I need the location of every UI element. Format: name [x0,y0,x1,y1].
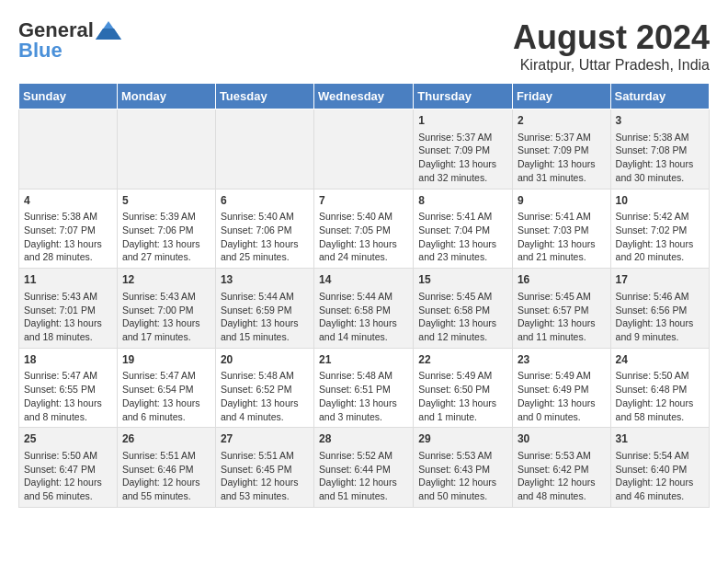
day-number: 16 [518,272,606,288]
cell-content: Sunrise: 5:39 AM [122,210,210,224]
cell-content: Daylight: 13 hours [518,237,606,251]
cell-content: Sunrise: 5:54 AM [616,449,704,463]
cell-content: Sunset: 7:04 PM [418,224,507,237]
cell-content: and 32 minutes. [418,171,507,185]
title-section: August 2024 Kiratpur, Uttar Pradesh, Ind… [513,18,710,74]
cell-content: Sunset: 6:58 PM [319,304,408,317]
cell-content: and 31 minutes. [518,171,606,185]
cell-content: and 58 minutes. [616,410,704,424]
day-number: 23 [518,352,606,368]
cell-content: Daylight: 13 hours [616,316,704,330]
day-number: 8 [418,193,507,209]
cell-content: and 55 minutes. [122,489,210,503]
calendar-cell: 14Sunrise: 5:44 AMSunset: 6:58 PMDayligh… [314,269,414,349]
week-row-5: 25Sunrise: 5:50 AMSunset: 6:47 PMDayligh… [19,428,710,508]
cell-content: Daylight: 13 hours [122,396,210,410]
cell-content: Sunset: 6:40 PM [616,463,704,477]
header-friday: Friday [512,84,610,109]
cell-content: Sunset: 6:48 PM [616,383,704,396]
cell-content: and 53 minutes. [221,489,309,503]
cell-content: Daylight: 13 hours [319,396,408,410]
day-number: 19 [122,352,210,368]
calendar-cell: 29Sunrise: 5:53 AMSunset: 6:43 PMDayligh… [414,428,513,508]
cell-content: Sunrise: 5:41 AM [518,210,606,224]
cell-content: Sunset: 7:02 PM [616,224,704,237]
cell-content: and 6 minutes. [122,410,210,424]
calendar-cell: 4Sunrise: 5:38 AMSunset: 7:07 PMDaylight… [19,189,118,269]
day-number: 30 [518,431,606,447]
cell-content: Daylight: 13 hours [24,396,112,410]
cell-content: and 50 minutes. [418,489,507,503]
cell-content: Sunrise: 5:38 AM [616,131,704,144]
day-number: 29 [418,431,507,447]
cell-content: Daylight: 13 hours [221,396,309,410]
cell-content: Sunrise: 5:45 AM [518,290,606,304]
cell-content: Sunset: 6:57 PM [518,304,606,317]
cell-content: Sunset: 7:03 PM [518,224,606,237]
cell-content: Sunset: 6:43 PM [418,463,507,477]
cell-content: Sunrise: 5:53 AM [418,449,507,463]
header-wednesday: Wednesday [314,84,414,109]
cell-content: and 48 minutes. [518,489,606,503]
cell-content: Sunrise: 5:41 AM [418,210,507,224]
calendar-cell: 11Sunrise: 5:43 AMSunset: 7:01 PMDayligh… [19,269,118,349]
cell-content: Sunset: 7:06 PM [122,224,210,237]
header-tuesday: Tuesday [215,84,313,109]
cell-content: Sunset: 6:49 PM [518,383,606,396]
cell-content: Sunset: 6:47 PM [24,463,112,477]
calendar-cell: 3Sunrise: 5:38 AMSunset: 7:08 PMDaylight… [610,109,709,190]
cell-content: and 20 minutes. [616,250,704,264]
cell-content: Daylight: 13 hours [418,316,507,330]
cell-content: Sunset: 7:09 PM [518,144,606,157]
calendar-cell: 13Sunrise: 5:44 AMSunset: 6:59 PMDayligh… [215,269,313,349]
day-number: 11 [24,272,112,288]
day-number: 22 [418,352,507,368]
calendar-cell: 8Sunrise: 5:41 AMSunset: 7:04 PMDaylight… [414,189,513,269]
cell-content: Sunset: 6:45 PM [221,463,309,477]
calendar-cell [19,109,118,190]
cell-content: Daylight: 13 hours [418,396,507,410]
cell-content: Sunrise: 5:51 AM [122,449,210,463]
cell-content: and 23 minutes. [418,250,507,264]
cell-content: Sunset: 6:46 PM [122,463,210,477]
cell-content: Sunset: 6:51 PM [319,383,408,396]
calendar-cell: 6Sunrise: 5:40 AMSunset: 7:06 PMDaylight… [215,189,313,269]
logo: General Blue [18,18,121,63]
cell-content: and 28 minutes. [24,250,112,264]
cell-content: Daylight: 13 hours [418,157,507,171]
week-row-4: 18Sunrise: 5:47 AMSunset: 6:55 PMDayligh… [19,348,710,428]
cell-content: Sunrise: 5:47 AM [122,369,210,383]
cell-content: Sunset: 7:05 PM [319,224,408,237]
calendar-cell: 10Sunrise: 5:42 AMSunset: 7:02 PMDayligh… [610,189,709,269]
cell-content: Sunrise: 5:40 AM [221,210,309,224]
cell-content: Sunrise: 5:50 AM [616,369,704,383]
day-number: 31 [616,431,704,447]
cell-content: Daylight: 13 hours [319,316,408,330]
calendar-cell: 22Sunrise: 5:49 AMSunset: 6:50 PMDayligh… [414,348,513,428]
calendar-cell [117,109,215,190]
calendar-cell: 17Sunrise: 5:46 AMSunset: 6:56 PMDayligh… [610,269,709,349]
day-number: 26 [122,431,210,447]
cell-content: Sunrise: 5:53 AM [518,449,606,463]
calendar-cell: 26Sunrise: 5:51 AMSunset: 6:46 PMDayligh… [117,428,215,508]
day-number: 10 [616,193,704,209]
calendar-cell: 25Sunrise: 5:50 AMSunset: 6:47 PMDayligh… [19,428,118,508]
calendar-cell: 2Sunrise: 5:37 AMSunset: 7:09 PMDaylight… [512,109,610,190]
cell-content: Sunset: 6:52 PM [221,383,309,396]
cell-content: Sunrise: 5:51 AM [221,449,309,463]
calendar-cell: 20Sunrise: 5:48 AMSunset: 6:52 PMDayligh… [215,348,313,428]
cell-content: Sunset: 6:44 PM [319,463,408,477]
calendar-table: SundayMondayTuesdayWednesdayThursdayFrid… [18,83,710,508]
calendar-cell: 30Sunrise: 5:53 AMSunset: 6:42 PMDayligh… [512,428,610,508]
calendar-cell: 27Sunrise: 5:51 AMSunset: 6:45 PMDayligh… [215,428,313,508]
day-number: 27 [221,431,309,447]
cell-content: and 0 minutes. [518,410,606,424]
cell-content: Sunset: 6:55 PM [24,383,112,396]
cell-content: Sunrise: 5:42 AM [616,210,704,224]
day-number: 24 [616,352,704,368]
calendar-cell: 5Sunrise: 5:39 AMSunset: 7:06 PMDaylight… [117,189,215,269]
cell-content: Sunrise: 5:52 AM [319,449,408,463]
cell-content: and 25 minutes. [221,250,309,264]
day-number: 4 [24,193,112,209]
cell-content: Daylight: 13 hours [122,316,210,330]
